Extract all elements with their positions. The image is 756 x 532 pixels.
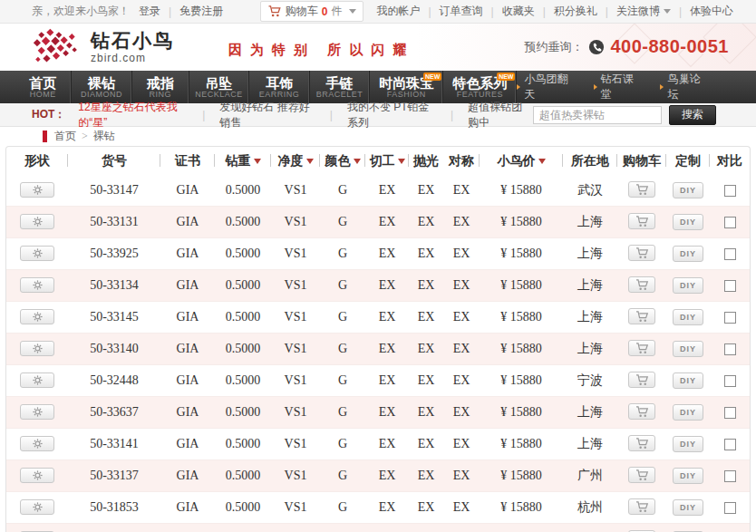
add-to-cart-button[interactable] [628,498,655,515]
diy-button[interactable]: DIY [673,182,703,198]
shape-button[interactable] [20,309,54,324]
sku-cell[interactable]: 50-33131 [68,207,160,238]
sku-cell[interactable]: 50-33134 [68,270,160,302]
cart-widget[interactable]: 购物车 0 件 [260,1,364,22]
diy-button[interactable]: DIY [673,404,703,421]
weibo-link[interactable]: 关注微博 [616,4,660,19]
add-to-cart-button[interactable] [628,213,655,229]
shape-button[interactable] [20,404,54,420]
compare-checkbox[interactable] [724,248,736,260]
my-account-link[interactable]: 我的帐户 [376,4,420,19]
diy-button[interactable]: DIY [673,436,703,452]
col-color-sort[interactable]: 颜色 [320,147,365,175]
sku-cell[interactable]: 50-31853 [68,492,160,524]
sku-cell[interactable]: 50-33141 [68,429,160,460]
add-to-cart-button[interactable] [628,467,655,483]
arrow-right-icon [660,84,664,90]
diy-button[interactable]: DIY [673,499,703,516]
shape-button[interactable] [20,436,54,451]
promo-link-groupbuy[interactable]: 超值裸钻团购中 [468,100,533,131]
add-to-cart-button[interactable] [628,181,655,198]
divider [436,109,468,121]
search-input[interactable] [533,106,662,124]
experience-center-link[interactable]: 体验中心 [690,4,733,19]
sku-cell[interactable]: 50-33145 [68,302,160,334]
sku-cell[interactable]: 50-33137 [68,460,160,492]
cut-cell: EX [365,524,409,532]
col-cut-sort[interactable]: 切工 [365,147,409,175]
quick-link-diamond-class[interactable]: 钻石课堂 [594,72,639,102]
nav-item-home[interactable]: 首页 HOME [15,71,72,103]
compare-checkbox[interactable] [724,502,736,514]
nav-item-necklace[interactable]: 吊坠 NECKLACE [189,71,250,103]
shape-button[interactable] [20,468,54,483]
compare-checkbox[interactable] [724,407,736,419]
quick-link-groupbuy[interactable]: 小鸟团翻天 [517,72,571,102]
sku-cell[interactable]: 50-32448 [68,365,160,397]
diy-button[interactable]: DIY [673,372,703,389]
col-clarity-sort[interactable]: 净度 [271,147,320,175]
compare-cell [710,460,750,492]
sku-cell[interactable]: 50-33147 [68,175,160,207]
shape-cell [6,238,68,270]
shape-button[interactable] [20,277,54,293]
favorites-link[interactable]: 收藏夹 [502,4,535,19]
promo-link-zodiac[interactable]: 12星座之钻石代表我的“星” [78,100,188,131]
add-to-cart-button[interactable] [628,340,655,356]
add-to-cart-button[interactable] [628,435,655,451]
shape-button[interactable] [20,341,54,356]
nav-item-earring[interactable]: 耳饰 EARRING [249,71,310,103]
add-to-cart-button[interactable] [628,372,655,388]
compare-checkbox[interactable] [724,375,736,387]
add-to-cart-button[interactable] [628,403,655,420]
shape-button[interactable] [20,182,54,198]
col-carat-sort[interactable]: 钻重 [215,147,271,175]
sku-cell[interactable]: 50-33144 [68,524,160,532]
shape-button[interactable] [20,499,54,515]
nav-item-diamond[interactable]: 裸钻 DIAMOND [72,71,132,103]
register-link[interactable]: 免费注册 [179,4,223,19]
sku-cell[interactable]: 50-33140 [68,334,160,365]
compare-checkbox[interactable] [724,312,736,324]
order-query-link[interactable]: 订单查询 [440,4,483,19]
add-to-cart-button[interactable] [628,308,655,324]
quick-link-forum[interactable]: 鸟巢论坛 [660,72,705,102]
cart-cell [617,429,666,460]
polish-cell: EX [409,397,443,429]
login-link[interactable]: 登录 [139,4,160,19]
promo-link-platinum[interactable]: 我的不变 PT铂金系列 [347,100,436,131]
hotline-number[interactable]: 400-880-0051 [610,36,729,57]
round-diamond-icon [33,343,43,353]
col-compare: 对比 [710,147,750,175]
compare-checkbox[interactable] [724,439,736,450]
diy-button[interactable]: DIY [673,214,703,230]
add-to-cart-button[interactable] [628,245,655,261]
diy-button[interactable]: DIY [673,309,703,325]
nav-item-bracelet[interactable]: 手链 BRACELET [310,71,371,103]
shape-button[interactable] [20,246,54,261]
nav-item-fashion[interactable]: NEW 时尚珠宝 FASHION [370,71,443,103]
compare-checkbox[interactable] [724,185,736,197]
nav-item-features[interactable]: NEW 特色系列 FEATURES [443,71,517,103]
diy-button[interactable]: DIY [673,341,703,357]
location-cell: 上海 [563,429,617,460]
breadcrumb-home[interactable]: 首页 [54,129,76,144]
search-button[interactable]: 搜索 [669,105,716,125]
site-logo[interactable]: 钻石小鸟 zbird.com [31,26,174,68]
shape-button[interactable] [20,214,54,229]
promo-link-discover[interactable]: 发现好钻石 推荐好销售 [219,100,315,131]
add-to-cart-button[interactable] [628,276,655,293]
sku-cell[interactable]: 50-33925 [68,238,160,270]
diy-button[interactable]: DIY [673,277,703,294]
nav-item-ring[interactable]: 戒指 RING [132,71,189,103]
diy-button[interactable]: DIY [673,468,703,484]
points-gift-link[interactable]: 积分换礼 [554,4,597,19]
compare-checkbox[interactable] [724,343,736,355]
col-price-sort[interactable]: 小鸟价 [480,147,563,175]
compare-checkbox[interactable] [724,280,736,292]
compare-checkbox[interactable] [724,470,736,482]
compare-checkbox[interactable] [724,217,736,228]
diy-button[interactable]: DIY [673,246,703,262]
sku-cell[interactable]: 50-33637 [68,397,160,429]
shape-button[interactable] [20,372,54,388]
